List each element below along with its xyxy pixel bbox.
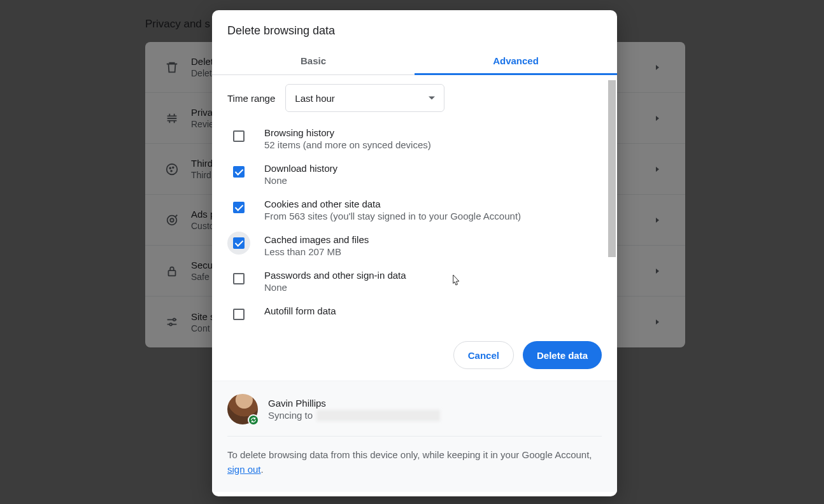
checkbox-passwords[interactable] [233, 273, 245, 284]
tab-advanced[interactable]: Advanced [415, 46, 617, 74]
option-passwords: Passwords and other sign-in data None [227, 263, 602, 299]
option-sublabel: Less than 207 MB [264, 246, 369, 257]
sync-badge-icon [248, 414, 259, 426]
option-label: Cookies and other site data [264, 199, 521, 209]
checkbox-autofill[interactable] [233, 309, 245, 320]
dropdown-caret-icon [429, 97, 435, 100]
time-range-select[interactable]: Last hour [285, 84, 444, 112]
option-download-history: Download history None [227, 157, 602, 192]
option-sublabel: From 563 sites (you'll stay signed in to… [264, 211, 521, 221]
option-label: Browsing history [264, 127, 431, 138]
dialog-scroll-area[interactable]: Time range Last hour Browsing history 52… [212, 75, 617, 331]
option-label: Download history [264, 163, 337, 174]
time-range-value: Last hour [295, 93, 335, 104]
dialog-title: Delete browsing data [212, 10, 617, 46]
dialog-tabs: Basic Advanced [212, 46, 617, 75]
checkbox-cookies[interactable] [233, 202, 245, 213]
option-label: Cached images and files [264, 234, 369, 245]
checkbox-download-history[interactable] [233, 166, 245, 178]
tab-basic[interactable]: Basic [212, 46, 415, 74]
option-label: Autofill form data [264, 305, 336, 316]
sign-out-link[interactable]: sign out [227, 464, 261, 475]
option-sublabel: 52 items (and more on synced devices) [264, 139, 431, 150]
option-sublabel: None [264, 282, 406, 293]
profile-row: Gavin Phillips Syncing to [227, 394, 602, 437]
option-sublabel: None [264, 175, 337, 186]
sync-info-section: Gavin Phillips Syncing to To delete brow… [212, 381, 617, 492]
option-label: Passwords and other sign-in data [264, 270, 406, 281]
redacted-email [316, 410, 440, 421]
avatar [227, 394, 258, 424]
option-autofill: Autofill form data [227, 299, 602, 331]
checkbox-cached-images[interactable] [233, 237, 245, 249]
option-cached-images: Cached images and files Less than 207 MB [227, 228, 602, 263]
time-range-label: Time range [227, 93, 275, 104]
data-type-list: Browsing history 52 items (and more on s… [227, 121, 602, 331]
delete-browsing-data-dialog: Delete browsing data Basic Advanced Time… [212, 10, 617, 496]
scrollbar-thumb[interactable] [608, 80, 616, 257]
option-cookies: Cookies and other site data From 563 sit… [227, 192, 602, 228]
profile-sync-status: Syncing to [268, 410, 440, 421]
option-browsing-history: Browsing history 52 items (and more on s… [227, 121, 602, 157]
delete-data-button[interactable]: Delete data [523, 341, 602, 369]
sync-note: To delete browsing data from this device… [227, 437, 602, 477]
checkbox-browsing-history[interactable] [233, 130, 245, 142]
dialog-footer: Cancel Delete data [212, 331, 617, 381]
profile-name: Gavin Phillips [268, 398, 440, 409]
cancel-button[interactable]: Cancel [453, 341, 514, 369]
